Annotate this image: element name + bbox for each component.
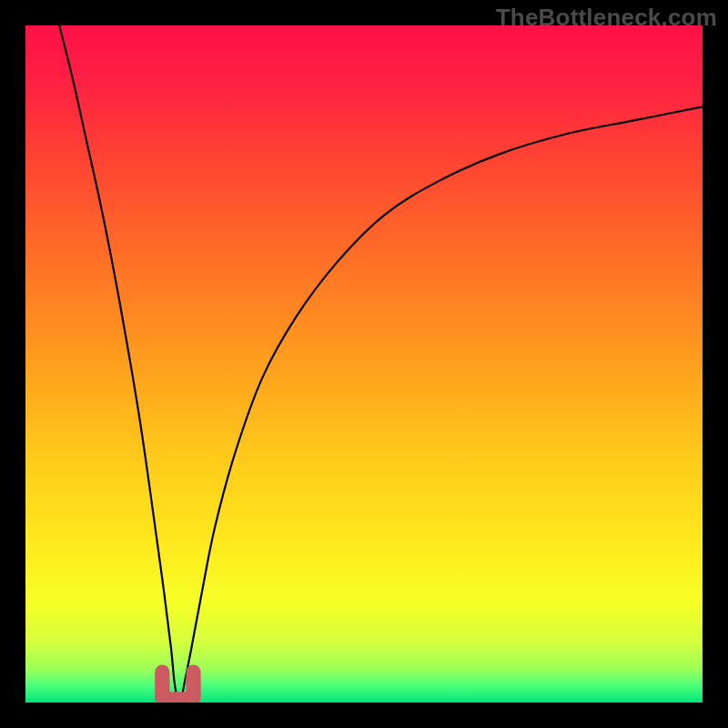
bottleneck-chart	[25, 25, 703, 703]
plot-area	[25, 25, 703, 703]
chart-frame: TheBottleneck.com	[0, 0, 728, 728]
